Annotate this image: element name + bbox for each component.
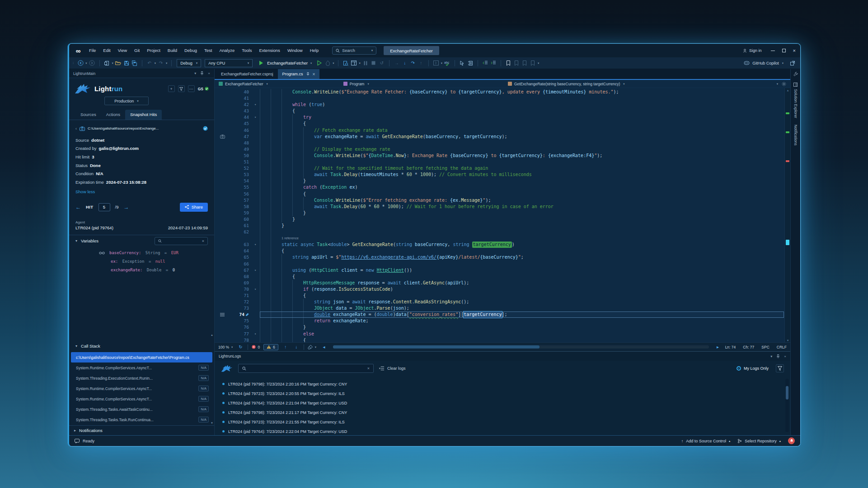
find-in-files-button[interactable]	[342, 60, 349, 67]
breadcrumb-project[interactable]: ExchangeRateFetcher	[225, 82, 263, 86]
toolbar-drag-handle[interactable]: ⁞	[73, 61, 74, 65]
code-line[interactable]: 69HttpResponseMessage response = await c…	[215, 280, 790, 286]
window-position-menu-icon[interactable]: ▾	[770, 354, 772, 358]
clear-search-icon[interactable]: ×	[202, 239, 204, 243]
variable-row[interactable]: baseCurrency: String = EUR	[69, 249, 214, 257]
window-layout-button[interactable]	[350, 60, 357, 67]
next-bookmark-button[interactable]	[521, 60, 528, 67]
codelens-references[interactable]: 1 reference	[282, 235, 299, 242]
my-logs-only-toggle[interactable]: My Logs Only	[737, 366, 769, 371]
lightrun-tab-snapshot-hits[interactable]: Snapshot Hits	[125, 110, 162, 120]
clear-bookmarks-button[interactable]	[529, 60, 536, 67]
menu-item-test[interactable]: Test	[201, 46, 216, 56]
code-line[interactable]: 61}	[215, 223, 790, 229]
line-actions-icon[interactable]	[215, 311, 230, 318]
editor-vertical-scrollbar[interactable]: ▲ ▼	[784, 88, 790, 342]
logs-search-input[interactable]: ×	[238, 364, 374, 373]
code-line[interactable]: 65string apiUrl = $"https://v6.exchanger…	[215, 254, 790, 260]
code-line[interactable]: 57Console.WriteLine($"Error fetching exc…	[215, 197, 790, 204]
lightrun-tab-actions[interactable]: Actions	[101, 110, 125, 120]
log-entry[interactable]: LTR024 (pid 79764): 7/23/2024 2:22:04 PM…	[215, 427, 790, 435]
lightrun-tab-sources[interactable]: Sources	[75, 110, 101, 120]
next-issue-button[interactable]: ↓	[293, 344, 300, 351]
previous-issue-button[interactable]: ↑	[282, 344, 289, 351]
solution-configuration-dropdown[interactable]: Debug▾	[177, 59, 201, 67]
line-ending-indicator[interactable]: CRLF	[777, 345, 787, 349]
chevron-left-icon[interactable]: ‹	[75, 126, 77, 131]
menu-item-edit[interactable]: Edit	[99, 46, 114, 56]
scroll-up-arrow[interactable]: ▲	[211, 334, 213, 336]
menu-item-build[interactable]: Build	[164, 46, 181, 56]
code-line[interactable]: 43{	[215, 108, 790, 114]
menu-item-view[interactable]: View	[114, 46, 131, 56]
variable-row[interactable]: ex: Exception = null	[69, 257, 214, 266]
code-line[interactable]: 67▾using (HttpClient client = new HttpCl…	[215, 267, 790, 274]
decrease-indent-button[interactable]	[482, 60, 489, 67]
fold-chevron-icon[interactable]: ▾	[251, 114, 260, 121]
code-line[interactable]: 48	[215, 140, 790, 146]
menu-item-analyze[interactable]: Analyze	[216, 46, 238, 56]
code-line[interactable]: 54}	[215, 178, 790, 184]
maximize-button[interactable]	[782, 49, 786, 52]
code-line[interactable]: 50Console.WriteLine($"{DateTime.Now}: Ex…	[215, 153, 790, 159]
tab-solution-explorer[interactable]: Solution Explorer	[793, 83, 798, 118]
step-into-button[interactable]: ↓	[401, 60, 408, 67]
selection-mode-button[interactable]	[459, 60, 466, 67]
close-icon[interactable]: ×	[313, 72, 315, 77]
close-icon[interactable]: ×	[784, 354, 786, 358]
log-entry[interactable]: LTR024 (pid 79798): 7/23/2024 2:21:17 PM…	[215, 408, 790, 417]
code-line[interactable]: 75return exchangeRate;	[215, 318, 790, 324]
hot-reload-dropdown[interactable]: ▾	[333, 61, 334, 65]
stop-debugging-button[interactable]	[370, 60, 377, 67]
code-line[interactable]: 58await Task.Delay(60 * 60 * 1000); // W…	[215, 204, 790, 210]
fold-chevron-icon[interactable]: ▾	[251, 267, 260, 274]
navigate-back-button[interactable]	[77, 60, 84, 67]
zoom-control[interactable]: 100 % ▾	[218, 345, 233, 349]
wrench-icon[interactable]	[793, 72, 798, 76]
select-repository-button[interactable]: Select Repository ▴	[737, 439, 781, 443]
more-options-button[interactable]: ⋯	[188, 85, 195, 92]
snapshot-path-row[interactable]: ‹ C:\Users\galishalit\source\repos\Excha…	[75, 126, 208, 131]
open-in-new-window-icon[interactable]	[790, 61, 795, 65]
window-layout-dropdown[interactable]: ▾	[359, 61, 360, 65]
hscroll-right-arrow[interactable]: ▸	[714, 344, 722, 351]
new-file-button[interactable]	[103, 60, 111, 67]
code-line[interactable]: 76}	[215, 324, 790, 330]
next-hit-button[interactable]: →	[123, 204, 129, 210]
error-count[interactable]: 0	[252, 345, 260, 349]
previous-bookmark-button[interactable]	[513, 60, 520, 67]
break-all-button[interactable]	[362, 60, 369, 67]
github-copilot-button[interactable]: GitHub Copilot ▾	[744, 60, 797, 65]
redo-dropdown[interactable]: ▾	[166, 61, 167, 65]
log-entry[interactable]: LTR024 (pid 79723): 7/23/2024 2:20:55 PM…	[215, 389, 790, 398]
gear-icon[interactable]	[782, 82, 786, 86]
undo-button[interactable]: ↶	[146, 60, 153, 67]
environment-dropdown[interactable]: Production ▾	[104, 97, 149, 105]
hscroll-left-arrow[interactable]: ◂	[320, 344, 328, 351]
minimize-button[interactable]	[771, 51, 775, 51]
code-line[interactable]: 44▾try	[215, 114, 790, 121]
callstack-frame[interactable]: c:\Users\galishalit\source\repos\Exchang…	[71, 352, 212, 363]
scroll-down-arrow[interactable]: ▼	[785, 339, 790, 342]
scroll-up-arrow[interactable]: ▲	[785, 88, 790, 92]
save-button[interactable]	[123, 60, 130, 67]
code-line[interactable]: 68{	[215, 274, 790, 280]
callstack-section-header[interactable]: ▾ Call Stack	[69, 340, 214, 352]
menu-item-debug[interactable]: Debug	[181, 46, 201, 56]
code-line[interactable]: 63▾static async Task<double> GetExchange…	[215, 242, 790, 248]
new-file-dropdown[interactable]: ▾	[112, 61, 113, 65]
code-line[interactable]: 47var exchangeRate = await GetExchangeRa…	[215, 134, 790, 140]
callstack-frame[interactable]: System.Threading.ExecutionContext.RunIn.…	[71, 373, 212, 383]
add-to-source-control-button[interactable]: ↑ Add to Source Control ▴	[681, 439, 730, 443]
sign-in-button[interactable]: Sign in	[743, 48, 762, 53]
log-entry[interactable]: LTR024 (pid 79798): 7/23/2024 2:20:16 PM…	[215, 379, 790, 389]
breadcrumb-class[interactable]: Program	[350, 82, 365, 86]
chevron-down-icon[interactable]: ▾	[777, 82, 778, 86]
scroll-down-arrow[interactable]: ▼	[211, 422, 213, 424]
search-box[interactable]: Search ▾	[332, 46, 376, 55]
start-debugging-button[interactable]: ExchangeRateFetcher ▾	[255, 60, 315, 67]
hot-reload-button[interactable]	[324, 60, 331, 67]
code-line[interactable]: 46// Fetch exchange rate data	[215, 127, 790, 134]
code-line[interactable]: 42▾while (true)	[215, 102, 790, 108]
navigate-back-dropdown[interactable]: ▾	[85, 61, 87, 65]
